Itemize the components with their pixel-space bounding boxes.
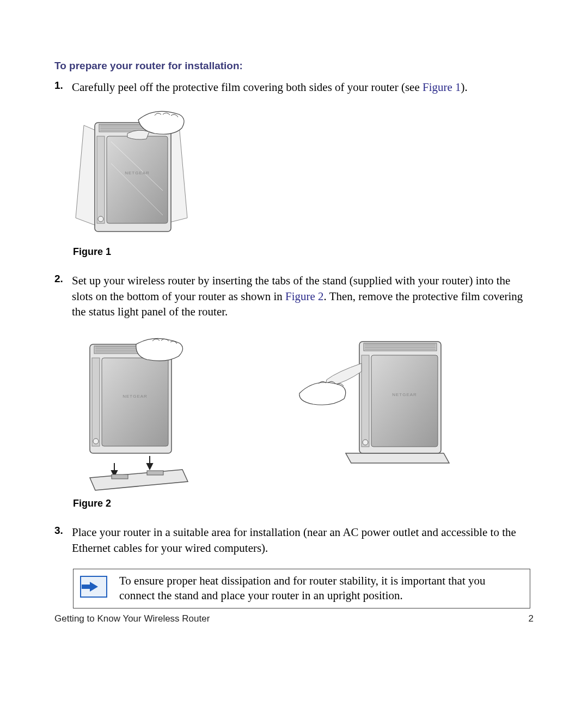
svg-text:NETGEAR: NETGEAR: [122, 394, 148, 399]
step-1: 1. Carefully peel off the protective fil…: [54, 80, 534, 95]
svg-rect-20: [102, 358, 168, 446]
figure-reference[interactable]: Figure 2: [285, 290, 324, 303]
page: To prepare your router for installation:…: [0, 0, 588, 706]
step-body: Place your router in a suitable area for…: [72, 525, 534, 556]
step-body: Carefully peel off the protective film c…: [72, 80, 534, 95]
figure-1-image: NETGEAR: [73, 109, 534, 240]
section-heading: To prepare your router for installation:: [54, 60, 534, 72]
note-box: To ensure proper heat dissipation and fo…: [73, 569, 530, 608]
svg-rect-8: [107, 136, 168, 223]
figure-2-images: NETGEAR: [65, 333, 534, 491]
step-number: 1.: [54, 80, 72, 95]
svg-text:NETGEAR: NETGEAR: [392, 392, 417, 397]
svg-rect-32: [362, 355, 369, 447]
figure-1-caption: Figure 1: [73, 246, 534, 258]
footer-section-title: Getting to Know Your Wireless Router: [54, 613, 210, 624]
footer-page-number: 2: [529, 613, 534, 624]
svg-rect-34: [371, 355, 438, 447]
step-3: 3. Place your router in a suitable area …: [54, 525, 534, 556]
page-footer: Getting to Know Your Wireless Router 2: [54, 613, 534, 624]
step-number: 2.: [54, 273, 72, 319]
step-number: 3.: [54, 525, 72, 556]
svg-rect-18: [92, 358, 100, 446]
note-text: To ensure proper heat dissipation and fo…: [119, 574, 523, 604]
step-text: Carefully peel off the protective film c…: [72, 81, 422, 94]
arrow-icon: [80, 576, 107, 598]
svg-point-19: [93, 439, 99, 444]
svg-rect-25: [147, 471, 163, 475]
figure-2-caption: Figure 2: [73, 498, 534, 509]
step-2: 2. Set up your wireless router by insert…: [54, 273, 534, 319]
svg-text:NETGEAR: NETGEAR: [125, 171, 150, 175]
svg-rect-24: [112, 474, 128, 479]
step-text-tail: ).: [461, 81, 468, 94]
svg-point-7: [98, 216, 103, 222]
step-text: Place your router in a suitable area for…: [72, 526, 516, 554]
svg-point-33: [363, 440, 368, 445]
figure-reference[interactable]: Figure 1: [422, 81, 461, 94]
step-body: Set up your wireless router by inserting…: [72, 273, 534, 319]
svg-rect-6: [97, 136, 105, 223]
